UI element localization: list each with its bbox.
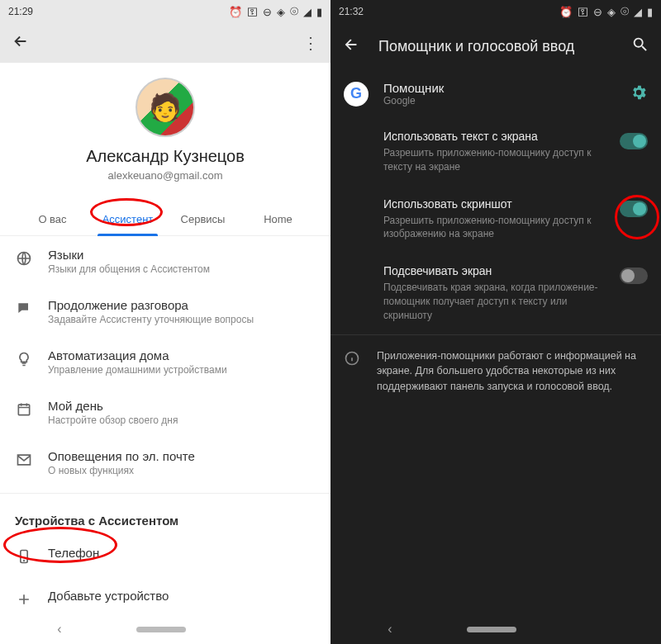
bulb-icon xyxy=(15,350,33,368)
signal-icon: ◢ xyxy=(634,6,642,18)
item-sub: Управление домашними устройствами xyxy=(48,364,316,376)
add-device[interactable]: Добавьте устройство xyxy=(0,577,330,614)
item-title: Языки xyxy=(48,248,316,262)
toggle-switch[interactable] xyxy=(620,268,648,284)
divider xyxy=(0,493,330,494)
search-button[interactable] xyxy=(631,36,649,57)
right-phone: 21:32 ⏰ ⚿ ⊖ ◈ ⦾ ◢ ▮ Помощник и голосовой… xyxy=(330,0,661,644)
item-title: Оповещения по эл. почте xyxy=(48,449,316,463)
setting-use-screenshot[interactable]: Использовать скриншот Разрешить приложен… xyxy=(330,186,661,253)
profile-section: 🧑 Александр Кузнецов alexkeuano@gmail.co… xyxy=(0,63,330,192)
wifi-icon: ◈ xyxy=(607,6,616,18)
info-icon xyxy=(344,350,362,370)
alarm-icon: ⏰ xyxy=(559,6,573,18)
phone-icon xyxy=(15,547,33,566)
item-title: Мой день xyxy=(48,399,316,413)
mail-icon xyxy=(15,451,33,469)
item-title: Автоматизация дома xyxy=(48,348,316,362)
status-bar: 21:29 ⏰ ⚿ ⊖ ◈ ⦾ ◢ ▮ xyxy=(0,0,330,23)
back-button[interactable] xyxy=(342,36,360,57)
battery-icon: ▮ xyxy=(647,6,653,18)
setting-sub: Разрешить приложению-помощнику доступ к … xyxy=(383,146,610,174)
toggle-switch[interactable] xyxy=(620,201,648,217)
app-toolbar: ⋮ xyxy=(0,23,330,63)
item-sub: Языки для общения с Ассистентом xyxy=(48,263,316,275)
setting-title: Использовать скриншот xyxy=(383,197,610,211)
setting-highlight-screen[interactable]: Подсвечивать экран Подсвечивать края экр… xyxy=(330,253,661,334)
avatar[interactable]: 🧑 xyxy=(136,78,195,137)
settings-list: G Помощник Google Использовать текст с э… xyxy=(330,69,661,614)
nav-back[interactable]: ‹ xyxy=(57,622,61,637)
setting-sub: Разрешить приложению-помощнику доступ к … xyxy=(383,214,610,242)
settings-list: ЯзыкиЯзыки для общения с Ассистентом Про… xyxy=(0,236,330,614)
item-sub: Настройте обзор своего дня xyxy=(48,414,316,426)
info-note: Приложения-помощники работают с информац… xyxy=(330,335,661,408)
status-icons: ⏰ ⚿ ⊖ ◈ ⦾ ◢ ▮ xyxy=(559,5,653,18)
key-icon: ⚿ xyxy=(247,6,258,18)
item-title: Продолжение разговора xyxy=(48,298,316,312)
profile-name: Александр Кузнецов xyxy=(86,147,245,166)
app-toolbar: Помощник и голосовой ввод xyxy=(330,23,661,69)
nav-back[interactable]: ‹ xyxy=(388,622,392,637)
device-phone[interactable]: Телефон xyxy=(0,534,330,577)
dnd-icon: ⊖ xyxy=(263,6,272,18)
setting-title: Использовать текст с экрана xyxy=(383,130,610,143)
left-phone: 21:29 ⏰ ⚿ ⊖ ◈ ⦾ ◢ ▮ ⋮ 🧑 Александр Кузнец… xyxy=(0,0,330,644)
item-my-day[interactable]: Мой деньНастройте обзор своего дня xyxy=(0,387,330,438)
more-button[interactable]: ⋮ xyxy=(302,33,319,53)
clock: 21:29 xyxy=(8,6,33,17)
globe-icon xyxy=(15,249,33,268)
dnd-icon: ⊖ xyxy=(593,6,602,18)
nav-bar: ‹ xyxy=(0,614,330,644)
google-logo-icon: G xyxy=(344,82,369,107)
setting-sub: Подсвечивать края экрана, когда приложен… xyxy=(383,281,610,322)
tab-services[interactable]: Сервисы xyxy=(165,203,240,235)
key-icon: ⚿ xyxy=(578,6,588,18)
plus-icon xyxy=(15,590,33,608)
signal-icon: ◢ xyxy=(303,6,311,18)
nav-home-pill[interactable] xyxy=(136,627,186,632)
setting-use-screen-text[interactable]: Использовать текст с экрана Разрешить пр… xyxy=(330,118,661,186)
info-text: Приложения-помощники работают с информац… xyxy=(377,348,648,395)
devices-section-title: Устройства с Ассистентом xyxy=(0,499,330,534)
assistant-sub: Google xyxy=(383,95,615,107)
item-sub: Задавайте Ассистенту уточняющие вопросы xyxy=(48,314,316,325)
gear-button[interactable] xyxy=(630,83,648,105)
setting-title: Подсвечивать экран xyxy=(383,264,610,277)
hotspot-icon: ⦾ xyxy=(621,5,629,18)
clock: 21:32 xyxy=(339,6,364,17)
wifi-icon: ◈ xyxy=(277,6,285,18)
device-title: Телефон xyxy=(48,546,316,560)
status-icons: ⏰ ⚿ ⊖ ◈ ⦾ ◢ ▮ xyxy=(229,5,322,18)
tab-about[interactable]: О вас xyxy=(15,203,90,235)
item-conversation[interactable]: Продолжение разговораЗадавайте Ассистент… xyxy=(0,286,330,337)
page-title: Помощник и голосовой ввод xyxy=(378,38,613,55)
tab-assistant[interactable]: Ассистент xyxy=(90,203,165,235)
hotspot-icon: ⦾ xyxy=(290,5,298,18)
add-device-title: Добавьте устройство xyxy=(48,589,316,603)
alarm-icon: ⏰ xyxy=(229,6,242,18)
nav-home-pill[interactable] xyxy=(467,627,516,632)
tab-home[interactable]: Home xyxy=(240,203,316,235)
back-button[interactable] xyxy=(12,32,30,54)
item-email-notifications[interactable]: Оповещения по эл. почтеО новых функциях xyxy=(0,438,330,488)
item-sub: О новых функциях xyxy=(48,465,316,476)
svg-rect-1 xyxy=(18,405,29,415)
chat-icon xyxy=(15,300,33,318)
toggle-switch[interactable] xyxy=(620,133,648,149)
assistant-app-item[interactable]: G Помощник Google xyxy=(330,69,661,118)
tabs: О вас Ассистент Сервисы Home xyxy=(0,203,330,236)
svg-point-3 xyxy=(24,561,25,561)
item-languages[interactable]: ЯзыкиЯзыки для общения с Ассистентом xyxy=(0,236,330,286)
status-bar: 21:32 ⏰ ⚿ ⊖ ◈ ⦾ ◢ ▮ xyxy=(330,0,661,23)
profile-email: alexkeuano@gmail.com xyxy=(108,169,223,182)
calendar-icon xyxy=(15,400,33,419)
item-home-automation[interactable]: Автоматизация домаУправление домашними у… xyxy=(0,337,330,387)
assistant-title: Помощник xyxy=(383,81,615,95)
nav-bar: ‹ xyxy=(330,614,661,644)
battery-icon: ▮ xyxy=(316,6,322,18)
